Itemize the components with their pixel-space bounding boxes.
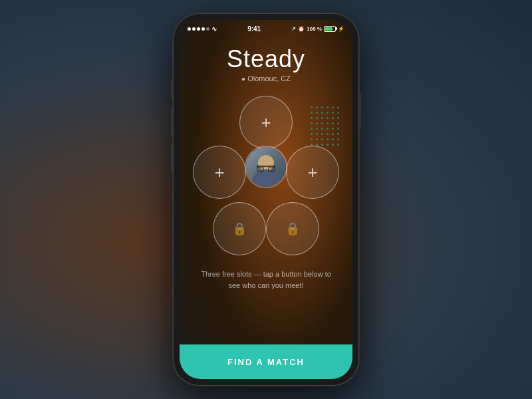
plus-icon-right: + [307,164,317,181]
find-match-button[interactable]: FIND A MATCH [180,344,352,379]
lightning-icon: ⚡ [338,26,344,32]
mute-button[interactable] [171,80,173,98]
location-arrow-icon: ↗ [291,26,296,32]
lock-icon-2: 🔒 [285,221,300,236]
volume-down-button[interactable] [171,143,173,173]
main-content: Steady ● Olomouc, CZ + + [180,35,352,379]
volume-up-button[interactable] [171,106,173,136]
avatar-image [246,147,286,187]
status-bar: ∿ 9:41 ↗ ⏰ 100 % ⚡ [180,20,352,35]
location-text: Olomouc, CZ [247,74,291,82]
battery-icon [324,26,336,32]
location-pin-icon: ● [241,75,245,82]
info-text: Three free slots — tap a button below to… [180,269,352,291]
add-slot-right[interactable]: + [286,146,339,199]
battery-area: ↗ ⏰ 100 % ⚡ [291,26,344,32]
lock-icon-1: 🔒 [232,221,247,236]
signal-dot-2 [192,27,196,31]
plus-icon-top: + [261,114,271,131]
battery-percent: 100 % [307,26,322,32]
locked-slot-2[interactable]: 🔒 [266,202,319,255]
signal-dot-1 [188,27,191,31]
battery-fill [325,27,332,31]
alarm-icon: ⏰ [298,26,305,32]
locked-slot-1[interactable]: 🔒 [213,202,266,255]
add-slot-left[interactable]: + [193,146,246,199]
time-display: 9:41 [247,25,261,33]
wifi-icon: ∿ [211,25,217,33]
phone-screen: ∿ 9:41 ↗ ⏰ 100 % ⚡ Steady ● Olo [180,20,352,379]
add-slot-top[interactable]: + [239,96,293,149]
phone-frame: ∿ 9:41 ↗ ⏰ 100 % ⚡ Steady ● Olo [173,13,359,386]
user-avatar [245,146,287,188]
match-circles: + + + 🔒 🔒 [193,96,339,255]
signal-dot-5 [206,27,209,31]
power-button[interactable] [359,93,361,130]
plus-icon-left: + [214,164,224,181]
signal-area: ∿ [188,25,217,33]
location-display: ● Olomouc, CZ [241,74,291,82]
signal-dots [188,27,209,31]
screen-content: ∿ 9:41 ↗ ⏰ 100 % ⚡ Steady ● Olo [180,20,352,379]
glasses-overlay [257,166,275,171]
app-title: Steady [227,45,305,73]
signal-dot-4 [201,27,205,31]
signal-dot-3 [197,27,200,31]
